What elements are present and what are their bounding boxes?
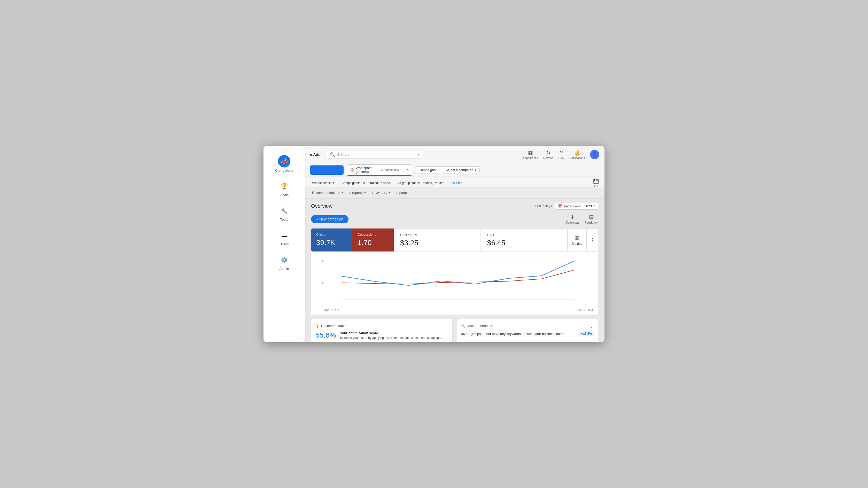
cost-conv-label: Cost / conv.	[400, 233, 474, 237]
conversions-label: Conversions	[358, 233, 389, 236]
chart-x-labels: Apr 19, 2023 Apr 25, 2023	[324, 308, 593, 312]
action-row: + New campaign ⬇ Download ▤ Feedback	[311, 214, 598, 224]
download-button[interactable]: ⬇ Download	[566, 214, 580, 224]
topbar-actions: ▦ Appearance ↻ Refresh ? Help 🔔 Notifica…	[523, 150, 599, 160]
sidebar-item-label-tools: Tools	[280, 218, 288, 222]
metrics-label: Metrics	[572, 242, 582, 246]
refresh-button[interactable]: ↻ Refresh	[543, 150, 553, 160]
help-label: Help	[558, 156, 564, 159]
user-avatar[interactable]: 👤	[590, 150, 599, 159]
overview-title: Overview	[311, 203, 333, 209]
download-icon: ⬇	[570, 214, 575, 220]
content-nav: Recommendations ▾ d reports ▾ keywords, …	[305, 187, 604, 199]
rec-2-content: 36 ad groups do not have any keywords fo…	[461, 331, 594, 336]
rec-1-text: Your optimization score Increase your sc…	[340, 331, 442, 340]
nav-item-recommendations[interactable]: Recommendations ▾	[311, 187, 344, 199]
feedback-button[interactable]: ▤ Feedback	[585, 214, 598, 224]
date-chevron-icon: ▾	[593, 204, 595, 208]
workspace-filter-chip[interactable]: Workspace filter	[310, 180, 336, 185]
cost-conv-metric-card: Cost / conv. $3.25	[394, 229, 481, 252]
nav-item-keywords[interactable]: keywords, ▾	[371, 187, 392, 199]
chevron-down-icon-3: ▾	[389, 191, 390, 194]
rec-2-badge: +18.6%	[579, 331, 594, 336]
metrics-icon: ▦	[575, 235, 580, 241]
chevron-down-icon: ▾	[342, 191, 343, 194]
chevron-down-icon-2: ▾	[364, 191, 366, 194]
adgroup-status-filter-chip[interactable]: Ad group status: Enabled, Paused	[395, 180, 446, 185]
notifications-button[interactable]: 🔔 Notifications	[569, 150, 585, 160]
appearance-label: Appearance	[523, 156, 538, 160]
recommendations-row: 💡 Recommendation ⋮ 55.6% Your optimizati…	[311, 319, 598, 342]
recommendation-card-1: 💡 Recommendation ⋮ 55.6% Your optimizati…	[311, 319, 453, 342]
rec-2-alert-text: 36 ad groups do not have any keywords fo…	[461, 332, 564, 336]
y-label-0: 0	[322, 303, 323, 306]
y-label-2: 2	[322, 260, 323, 263]
rec-1-score-label: Your optimization score	[340, 331, 442, 335]
filterbar: Workspace filter Campaign status: Enable…	[305, 177, 604, 187]
nav-item-reports[interactable]: d reports ▾	[348, 187, 367, 199]
campaigns-icon-bg: 📣	[278, 155, 290, 168]
save-button[interactable]: 💾 Save	[593, 178, 599, 188]
clicks-line	[342, 261, 575, 285]
main-area: e Ads 🔍 Search ▾ ▦ Appearance ↻ Refresh …	[305, 146, 604, 342]
cost-label: Cost	[487, 233, 561, 237]
action-icons: ⬇ Download ▤ Feedback	[566, 214, 598, 224]
notifications-label: Notifications	[569, 156, 585, 160]
menu-button[interactable]	[310, 166, 344, 175]
overview-area: Overview Last 7 days 📅 Apr 20 — 26, 2023…	[305, 199, 604, 342]
recommendation-card-2: 🔍 Recommendation ⋮ 36 ad groups do not h…	[457, 319, 598, 342]
topbar: e Ads 🔍 Search ▾ ▦ Appearance ↻ Refresh …	[305, 146, 604, 163]
workspace-icon: 🏠	[350, 168, 354, 172]
campaign-status-filter-chip[interactable]: Campaign status: Enabled, Paused	[339, 180, 392, 185]
more-options-button[interactable]: ⋮	[586, 229, 598, 252]
sidebar-item-campaigns[interactable]: 📣 Campaigns	[268, 152, 301, 175]
rec-1-content: 55.6% Your optimization score Increase y…	[315, 331, 448, 340]
sidebar-item-label-goals: Goals	[280, 193, 288, 197]
more-vert-icon: ⋮	[590, 237, 595, 243]
help-button[interactable]: ? Help	[558, 150, 564, 159]
campaigns-dropdown[interactable]: Campaigns (63) Select a campaign ▾	[415, 167, 479, 173]
y-label-1: 1	[322, 282, 323, 285]
sidebar-item-label-campaigns: Campaigns	[275, 169, 293, 172]
nav-item-reports2[interactable]: reports	[395, 187, 408, 199]
sidebar-item-label-admin: Admin	[280, 267, 289, 270]
appearance-icon: ▦	[528, 150, 533, 156]
rec-2-title-label: Recommendation	[467, 324, 493, 328]
sidebar-item-goals[interactable]: 🏆 Goals	[268, 178, 301, 200]
rec-1-progress-bar	[315, 342, 448, 342]
calendar-icon: 📅	[558, 204, 562, 208]
sidebar-item-admin[interactable]: ⚙️ Admin	[268, 251, 301, 274]
search-bar[interactable]: 🔍 Search ▾	[326, 150, 424, 159]
clicks-metric-card: Clicks 39.7K	[311, 229, 352, 252]
sidebar-item-tools[interactable]: 🔧 Tools	[268, 202, 301, 225]
chart-area: 2 1 0	[311, 252, 598, 315]
chart-container: 2 1 0	[316, 256, 593, 307]
app-title: e Ads	[310, 152, 320, 156]
search-input-label: Search	[337, 152, 415, 156]
goals-icon: 🏆	[278, 181, 290, 192]
add-filter-button[interactable]: Add filter	[450, 181, 462, 185]
conversions-value: 1.70	[358, 238, 389, 247]
new-campaign-button[interactable]: + New campaign	[311, 215, 348, 223]
rec-1-title-label: Recommendation	[321, 324, 347, 328]
date-range: Last 7 days 📅 Apr 20 — 26, 2023 ▾	[535, 203, 598, 210]
rec-2-more-icon[interactable]: ⋮	[589, 323, 594, 328]
rec-1-desc: Increase your score by applying the reco…	[340, 336, 442, 340]
rec-card-1-header: 💡 Recommendation ⋮	[315, 323, 448, 328]
date-range-button[interactable]: 📅 Apr 20 — 26, 2023 ▾	[555, 203, 598, 210]
appearance-button[interactable]: ▦ Appearance	[523, 150, 538, 160]
workspace-dropdown[interactable]: 🏠 Workspace (2 filters) All campaigns ▾	[347, 164, 412, 176]
refresh-icon: ↻	[546, 150, 551, 156]
workspace-label: Workspace (2 filters)	[356, 166, 373, 174]
admin-icon: ⚙️	[278, 254, 290, 266]
cost-metric-card: Cost $6.45	[481, 229, 568, 252]
rec-card-2-header: 🔍 Recommendation ⋮	[461, 323, 594, 328]
metrics-toggle-button[interactable]: ▦ Metrics	[567, 229, 586, 252]
conversions-metric-card: Conversions 1.70	[352, 229, 394, 252]
date-range-label: Last 7 days	[535, 204, 552, 208]
feedback-icon: ▤	[589, 214, 594, 220]
sidebar-item-billing[interactable]: ▬ Billing	[268, 227, 301, 249]
rec-1-more-icon[interactable]: ⋮	[443, 323, 448, 328]
subheader: 🏠 Workspace (2 filters) All campaigns ▾ …	[305, 163, 604, 177]
save-icon: 💾	[593, 178, 599, 184]
